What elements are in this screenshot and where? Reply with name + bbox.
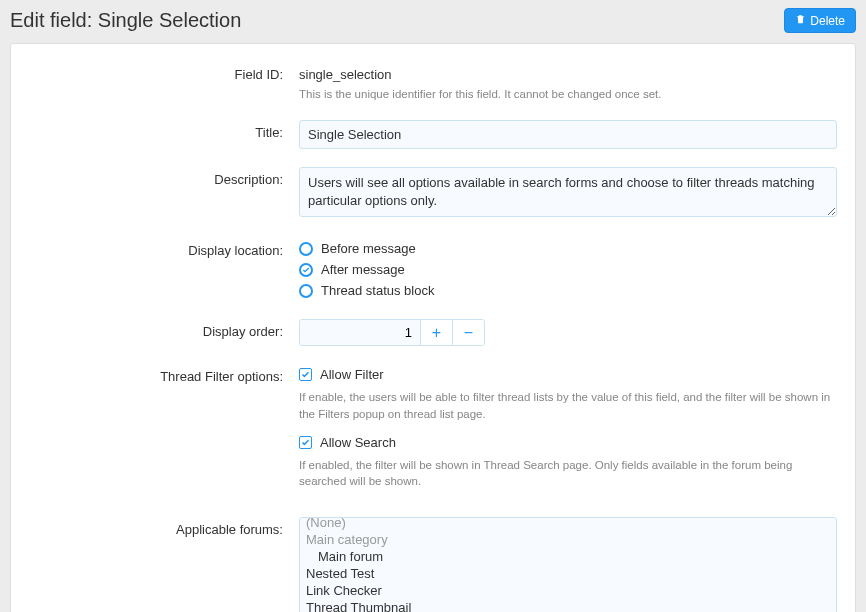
display-location-label: Display location:: [29, 238, 299, 258]
title-label: Title:: [29, 120, 299, 140]
page-title: Edit field: Single Selection: [10, 9, 241, 32]
title-input[interactable]: [299, 120, 837, 149]
applicable-forums-label: Applicable forums:: [29, 517, 299, 537]
field-id-value: single_selection: [299, 62, 837, 82]
checkbox-label: Allow Search: [320, 435, 396, 450]
allow-filter-checkbox[interactable]: Allow Filter: [299, 364, 837, 385]
allow-search-help: If enabled, the filter will be shown in …: [299, 457, 837, 489]
radio-icon: [299, 242, 313, 256]
field-id-label: Field ID:: [29, 62, 299, 82]
list-item[interactable]: (None): [300, 517, 836, 531]
allow-filter-help: If enable, the users will be able to fil…: [299, 389, 837, 421]
list-item[interactable]: Main category: [300, 531, 836, 548]
minus-icon: −: [464, 324, 473, 342]
allow-search-checkbox[interactable]: Allow Search: [299, 432, 837, 453]
radio-checked-icon: [299, 263, 313, 277]
increment-button[interactable]: +: [420, 320, 452, 345]
radio-after-message[interactable]: After message: [299, 259, 837, 280]
checkbox-checked-icon: [299, 436, 312, 449]
radio-label: After message: [321, 262, 405, 277]
radio-before-message[interactable]: Before message: [299, 238, 837, 259]
list-item[interactable]: Main forum: [300, 548, 836, 565]
radio-label: Thread status block: [321, 283, 434, 298]
list-item[interactable]: Thread Thumbnail: [300, 599, 836, 612]
checkbox-checked-icon: [299, 368, 312, 381]
display-order-input[interactable]: [300, 320, 420, 345]
plus-icon: +: [432, 324, 441, 342]
applicable-forums-listbox[interactable]: (None) Main category Main forum Nested T…: [299, 517, 837, 612]
checkbox-label: Allow Filter: [320, 367, 384, 382]
delete-button[interactable]: Delete: [784, 8, 856, 33]
radio-icon: [299, 284, 313, 298]
radio-thread-status[interactable]: Thread status block: [299, 280, 837, 301]
radio-label: Before message: [321, 241, 416, 256]
list-item[interactable]: Link Checker: [300, 582, 836, 599]
decrement-button[interactable]: −: [452, 320, 484, 345]
thread-filter-label: Thread Filter options:: [29, 364, 299, 384]
display-order-label: Display order:: [29, 319, 299, 339]
description-label: Description:: [29, 167, 299, 187]
delete-button-label: Delete: [810, 14, 845, 28]
field-id-help: This is the unique identifier for this f…: [299, 86, 837, 102]
form-panel: Field ID: single_selection This is the u…: [10, 43, 856, 612]
list-item[interactable]: Nested Test: [300, 565, 836, 582]
trash-icon: [795, 13, 806, 28]
description-input[interactable]: Users will see all options available in …: [299, 167, 837, 217]
